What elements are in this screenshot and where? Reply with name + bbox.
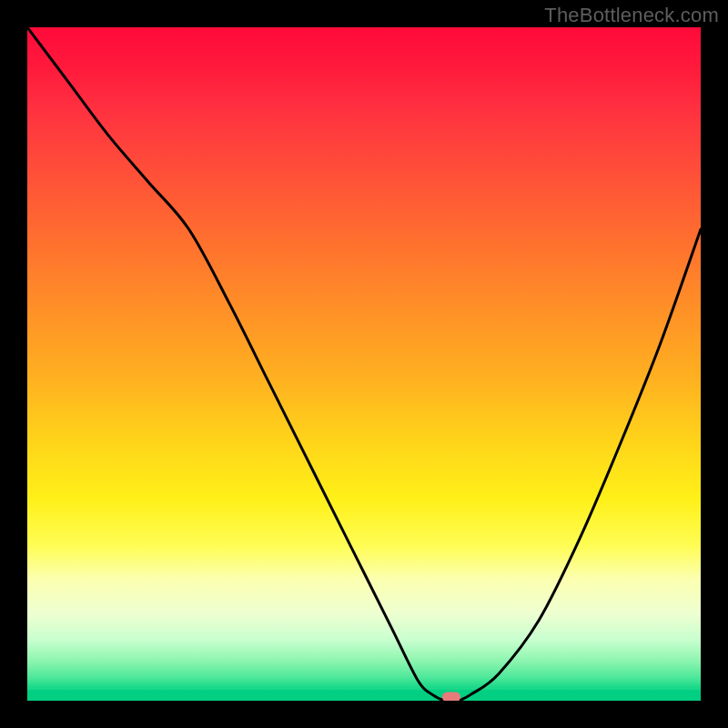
watermark-text: TheBottleneck.com	[544, 4, 719, 27]
chart-frame: TheBottleneck.com	[0, 0, 728, 728]
optimum-marker	[442, 693, 460, 701]
plot-area	[27, 27, 701, 701]
bottleneck-curve	[27, 27, 701, 701]
